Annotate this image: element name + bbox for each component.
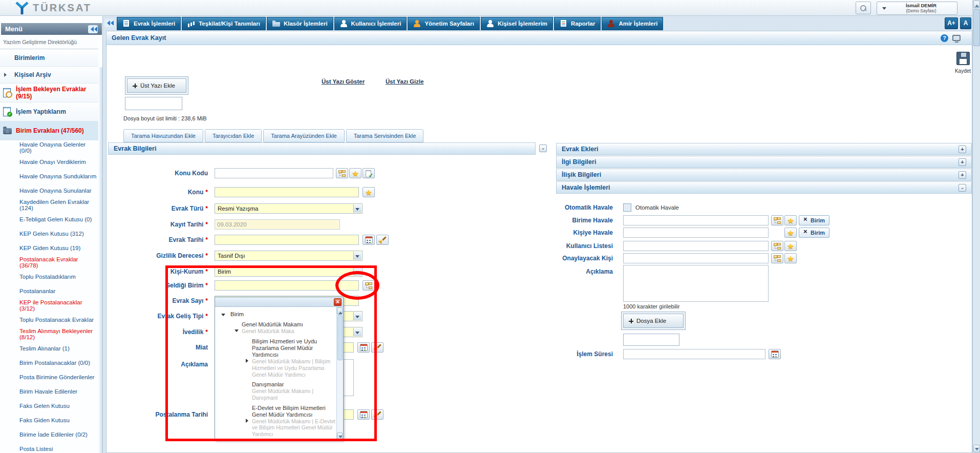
scrollbar-thumb[interactable] <box>973 9 980 46</box>
scan-tab[interactable]: Tarama Havuzundan Ekle <box>123 129 203 142</box>
close-icon[interactable] <box>334 298 342 306</box>
sidebar-item[interactable]: Toplu Postalanacak Evraklar <box>0 313 98 327</box>
help-icon[interactable] <box>941 34 948 42</box>
screen-icon[interactable] <box>952 35 961 41</box>
sidebar-item[interactable]: Faks Giden Kutusu <box>0 413 98 427</box>
scroll-up-icon[interactable] <box>337 307 343 315</box>
sidebar-item[interactable]: Kişisel Arşiv <box>0 67 98 84</box>
kullanici-listesi-input[interactable] <box>623 241 769 251</box>
sidebar-item[interactable]: İşlem Yaptıklarım <box>0 102 98 121</box>
ust-yazi-gizle-link[interactable]: Üst Yazı Gizle <box>386 78 424 85</box>
page-scrollbar[interactable] <box>972 0 980 453</box>
nav-tab[interactable]: Raporlar <box>554 17 601 30</box>
scan-tab[interactable]: Tarayıcıdan Ekle <box>205 129 262 142</box>
scan-tab[interactable]: Tarama Arayüzünden Ekle <box>263 129 344 142</box>
tree-node[interactable]: E-Devlet ve Bilişim Hizmetleri Genel Müd… <box>215 405 336 438</box>
sidebar-item[interactable]: İşlem Bekleyen Evraklar (9/15) <box>0 84 98 102</box>
collapse-sidebar-icon[interactable] <box>88 25 98 33</box>
ust-yazi-goster-link[interactable]: Üst Yazı Göster <box>322 78 365 85</box>
konu-kodu-input[interactable] <box>215 168 333 178</box>
collapse-section-button[interactable]: - <box>539 145 547 152</box>
dosya-ekle-button[interactable]: Dosya Ekle <box>623 314 684 328</box>
sidebar-item[interactable]: Teslim Alınmayı Bekleyenler (8/12) <box>0 327 98 341</box>
sidebar-item[interactable]: Havale Onayına Sunulanlar <box>0 183 98 198</box>
tree-node[interactable]: Bilişim Hizmetleri ve Uydu Pazarlama Gen… <box>215 338 336 378</box>
havale-aciklama-textarea[interactable] <box>623 265 769 302</box>
favorites-star-icon[interactable]: ★ <box>784 253 797 263</box>
font-decrease-button[interactable]: A <box>960 17 971 29</box>
sidebar-item[interactable]: Teslim Alınanlar (1) <box>0 341 98 356</box>
accordion-toggle-button[interactable]: + <box>958 171 966 179</box>
expander-icon[interactable] <box>235 328 239 333</box>
nav-tab[interactable]: Kişisel İşlemlerim <box>481 17 553 30</box>
sidebar-item[interactable]: Havale Onayı Verdiklerim <box>0 155 98 169</box>
expander-icon[interactable] <box>245 359 249 363</box>
sidebar-item[interactable]: Birime İade Edilenler (0/2) <box>0 427 98 442</box>
accordion-bar[interactable]: İlişik Bilgileri + <box>556 169 972 181</box>
accordion-bar[interactable]: İlgi Bilgileri + <box>556 156 972 168</box>
accordion-toggle-button[interactable]: + <box>958 146 966 153</box>
clear-broom-icon[interactable] <box>371 409 384 420</box>
sidebar-item[interactable]: Birim Havale Edilenler <box>0 384 98 399</box>
birime-havale-input[interactable] <box>623 215 769 225</box>
sidebar-item[interactable]: KEP ile Postalanacaklar (3/12) <box>0 298 98 313</box>
sidebar-item[interactable]: Faks Gelen Kutusu <box>0 399 98 413</box>
popup-scrollbar[interactable] <box>336 307 343 440</box>
sidebar-item[interactable]: Havale Onayına Sunduklarım <box>0 169 98 183</box>
expander-icon[interactable] <box>221 313 226 317</box>
nav-tab[interactable]: Kullanıcı İşlemleri <box>334 17 407 30</box>
collapse-panel-icon[interactable] <box>104 19 114 27</box>
favorites-star-icon[interactable]: ★ <box>784 228 797 238</box>
expander-icon[interactable] <box>245 419 249 423</box>
accordion-bar[interactable]: Evrak Ekleri + <box>556 143 972 155</box>
calendar-icon[interactable] <box>357 409 370 420</box>
font-increase-button[interactable]: A+ <box>945 17 958 29</box>
nav-tab[interactable]: Klasör İşlemleri <box>267 17 333 30</box>
favorites-star-icon[interactable]: ★ <box>349 168 361 178</box>
sidebar-item[interactable]: Birim Postalanacaklar (0/0) <box>0 356 98 370</box>
search-button[interactable] <box>856 2 871 14</box>
ust-yazi-ekle-button[interactable]: Üst Yazı Ekle <box>127 78 186 93</box>
sidebar-item[interactable]: KEP Gelen Kutusu (312) <box>0 226 98 241</box>
tree-node[interactable]: Genel Müdürlük Makamı Genel Müdürlük Mak… <box>215 321 336 335</box>
sidebar-item[interactable]: Posta Birimine Gönderilenler <box>0 370 98 384</box>
scroll-down-icon[interactable] <box>973 445 980 452</box>
scroll-up-icon[interactable] <box>973 1 980 8</box>
islem-suresi-input[interactable] <box>623 349 765 359</box>
tree-picker-icon[interactable] <box>771 253 783 263</box>
sidebar-item[interactable]: Birimlerim <box>0 50 98 67</box>
sidebar-item[interactable]: Kaydedilen Gelen Evraklar (124) <box>0 198 98 212</box>
scan-tab[interactable]: Tarama Servisinden Ekle <box>346 129 424 142</box>
otomatik-havale-checkbox[interactable] <box>623 203 631 212</box>
onaylayacak-kisi-input[interactable] <box>623 253 769 263</box>
konu-input[interactable] <box>215 187 359 197</box>
tree-root-birim[interactable]: Birim <box>215 310 336 321</box>
sidebar-item[interactable]: Birim Evrakları (47/560) <box>0 121 98 140</box>
sidebar-item[interactable]: Posta Listesi <box>0 442 98 453</box>
sidebar-item[interactable]: Postalanacak Evraklar (36/78) <box>0 255 98 270</box>
nav-tab[interactable]: Yönetim Sayfaları <box>408 17 480 30</box>
scroll-down-icon[interactable] <box>337 433 343 440</box>
tree-picker-icon[interactable] <box>771 241 783 251</box>
favorites-star-icon[interactable]: ★ <box>363 187 375 197</box>
save-button[interactable]: Kaydet <box>949 52 972 74</box>
tree-picker-icon[interactable] <box>336 168 348 178</box>
user-menu[interactable]: İsmail DEMİR (Demo Sayfası) <box>877 2 957 15</box>
kisiye-havale-input[interactable] <box>623 228 769 238</box>
tree-picker-icon[interactable] <box>771 215 783 225</box>
scrollbar-thumb[interactable] <box>337 315 343 360</box>
sidebar-item[interactable]: Postalananlar <box>0 284 98 298</box>
checklist-icon[interactable] <box>363 168 375 178</box>
nav-tab[interactable]: Teşkilat/Kişi Tanımları <box>182 17 266 30</box>
tree-node[interactable]: Danışmanlar Genel Müdürlük Makamı | Danı… <box>215 381 336 401</box>
nav-tab[interactable]: Evrak İşlemleri <box>117 17 181 30</box>
nav-tab[interactable]: Amir İşlemleri <box>602 17 663 30</box>
evrak-bilgileri-header[interactable]: Evrak Bilgileri <box>108 142 536 155</box>
sidebar-item[interactable]: KEP Giden Kutusu (19) <box>0 241 98 255</box>
favorites-star-icon[interactable]: ★ <box>784 241 797 251</box>
sidebar-item[interactable]: Toplu Postaladıklarım <box>0 270 98 284</box>
calendar-icon[interactable] <box>769 349 781 359</box>
sidebar-item[interactable]: Havale Onayına Gelenler (0/0) <box>0 140 98 155</box>
remove-birim-button[interactable]: Birim <box>799 215 829 225</box>
accordion-toggle-button[interactable]: - <box>958 184 966 192</box>
